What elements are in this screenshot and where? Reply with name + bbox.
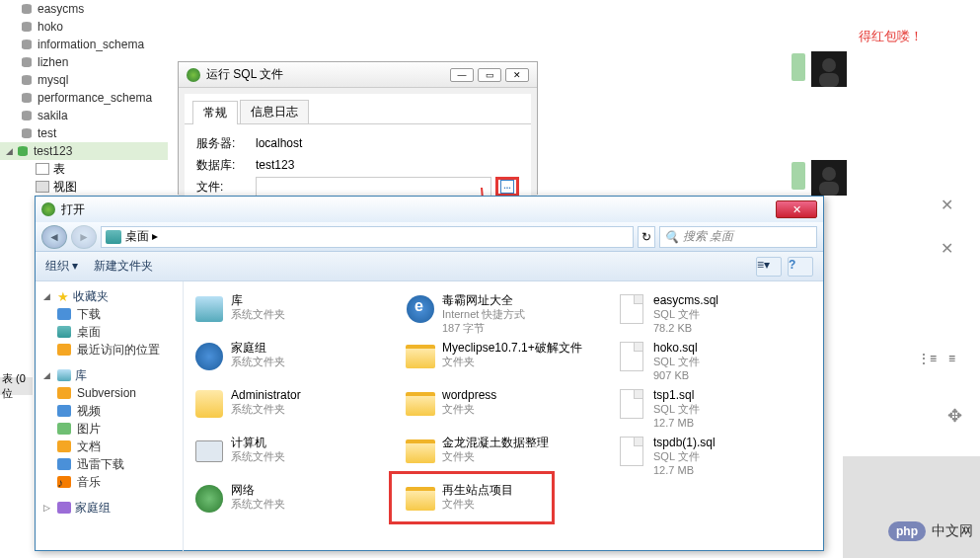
forward-button[interactable]: ► [71, 225, 97, 249]
close-button[interactable]: ✕ [505, 68, 529, 82]
sql-titlebar[interactable]: 运行 SQL 文件 — ▭ ✕ [179, 62, 537, 88]
fav-video[interactable]: 视频 [43, 402, 175, 420]
file-name: 家庭组 [231, 341, 285, 355]
nav-bar: ◄ ► 桌面 ▸ ↻ 🔍 搜索 桌面 [36, 222, 823, 252]
file-item[interactable]: 网络 系统文件夹 [191, 481, 393, 524]
fav-pictures[interactable]: 图片 [43, 420, 175, 438]
fav-xunlei[interactable]: 迅雷下载 [43, 455, 175, 473]
tree-views[interactable]: 视图 [0, 178, 168, 196]
view-button[interactable]: ≡▾ [756, 257, 782, 277]
file-name: 网络 [231, 483, 285, 497]
db-item[interactable]: mysql [0, 71, 168, 89]
open-dialog: 打开 ✕ ◄ ► 桌面 ▸ ↻ 🔍 搜索 桌面 组织 ▾ 新建文件夹 ≡▾ ? … [35, 196, 824, 551]
svg-point-23 [22, 134, 32, 138]
db-label: 数据库: [196, 157, 256, 174]
ie-icon [405, 293, 436, 325]
fav-desktop[interactable]: 桌面 [43, 323, 175, 341]
db-item[interactable]: information_schema [0, 36, 168, 53]
fav-music[interactable]: ♪音乐 [43, 473, 175, 491]
file-item[interactable]: tspdb(1).sql SQL 文件 12.7 MB [614, 434, 815, 477]
file-item[interactable]: easycms.sql SQL 文件 78.2 KB [614, 291, 815, 335]
php-logo[interactable]: php 中文网 [888, 521, 973, 541]
db-item[interactable]: test [0, 124, 168, 142]
file-item[interactable]: 库 系统文件夹 [191, 291, 393, 335]
svg-point-20 [22, 117, 32, 120]
avatar[interactable] [811, 160, 847, 196]
svg-rect-29 [819, 73, 839, 87]
desktop-icon [106, 230, 121, 244]
avatar[interactable] [811, 51, 847, 87]
collapse-icon[interactable]: ◢ [6, 146, 16, 156]
open-titlebar[interactable]: 打开 ✕ [36, 197, 823, 222]
file-item[interactable]: 毒霸网址大全 Internet 快捷方式 187 字节 [403, 291, 604, 335]
homegroup-group[interactable]: ▷家庭组 [43, 499, 175, 517]
refresh-button[interactable]: ↻ [638, 226, 655, 248]
xunlei-icon [57, 458, 71, 470]
app-icon [41, 202, 55, 216]
fav-recent[interactable]: 最近访问的位置 [43, 341, 175, 359]
breadcrumb[interactable]: 桌面 ▸ [101, 226, 634, 248]
file-meta: SQL 文件 [653, 449, 716, 463]
toolbar: 组织 ▾ 新建文件夹 ≡▾ ? [36, 252, 823, 281]
comp-icon [193, 436, 225, 467]
file-item[interactable]: 家庭组 系统文件夹 [191, 339, 393, 382]
db-item[interactable]: hoko [0, 18, 168, 36]
newfolder-button[interactable]: 新建文件夹 [94, 258, 153, 275]
file-item[interactable] [614, 481, 815, 524]
file-meta: SQL 文件 [653, 402, 700, 416]
list-icon[interactable]: ⋮≡ [918, 352, 937, 365]
file-name: easycms.sql [653, 293, 718, 307]
minimize-button[interactable]: — [450, 68, 474, 82]
file-meta: SQL 文件 [653, 355, 700, 368]
db-item-selected[interactable]: ◢test123 [0, 142, 168, 160]
close-icon[interactable]: ✕ [941, 239, 953, 258]
bullet-icon[interactable]: ≡ [948, 352, 955, 365]
drag-icon[interactable]: ✥ [947, 405, 962, 427]
file-meta: Internet 快捷方式 [442, 307, 525, 321]
file-item[interactable]: wordpress 文件夹 [403, 386, 604, 430]
tab-log[interactable]: 信息日志 [240, 100, 309, 123]
file-size: 187 字节 [442, 321, 525, 335]
organize-menu[interactable]: 组织 ▾ [45, 258, 78, 275]
tree-tables[interactable]: 表 [0, 160, 168, 178]
file-item[interactable]: Administrator 系统文件夹 [191, 386, 393, 430]
file-item[interactable]: Myeclipse10.7.1+破解文件 文件夹 [403, 339, 604, 382]
file-size: 12.7 MB [653, 416, 700, 430]
side-tab[interactable] [792, 162, 805, 190]
db-item[interactable]: sakila [0, 107, 168, 124]
help-button[interactable]: ? [788, 257, 813, 277]
side-tab[interactable] [792, 53, 805, 81]
file-label: 文件: [196, 179, 256, 196]
file-item[interactable]: tsp1.sql SQL 文件 12.7 MB [614, 386, 815, 430]
fav-subversion[interactable]: Subversion [43, 384, 175, 402]
back-button[interactable]: ◄ [41, 225, 67, 249]
libraries-group[interactable]: ◢库 [43, 366, 175, 384]
db-item[interactable]: performance_schema [0, 89, 168, 107]
fav-documents[interactable]: 文档 [43, 438, 175, 455]
search-input[interactable]: 🔍 搜索 桌面 [659, 226, 817, 248]
fav-downloads[interactable]: 下载 [43, 305, 175, 323]
db-item[interactable]: easycms [0, 0, 168, 18]
db-item[interactable]: lizhen [0, 53, 168, 71]
browse-button[interactable]: ... [495, 177, 519, 197]
file-meta: 系统文件夹 [231, 402, 301, 416]
open-title-text: 打开 [61, 201, 85, 218]
lib-icon [193, 293, 225, 325]
file-size: 12.7 MB [653, 463, 716, 477]
homegroup-icon [57, 502, 71, 514]
file-meta: 文件夹 [442, 449, 549, 463]
file-item[interactable]: hoko.sql SQL 文件 907 KB [614, 339, 815, 382]
favorites-group[interactable]: ◢★收藏夹 [43, 287, 175, 305]
file-input[interactable] [256, 177, 491, 197]
file-name: hoko.sql [653, 341, 700, 355]
tab-general[interactable]: 常规 [192, 101, 238, 124]
file-name: 库 [231, 293, 285, 307]
close-button[interactable]: ✕ [776, 200, 817, 218]
svg-point-5 [22, 28, 32, 32]
recent-icon [57, 344, 71, 356]
close-icon[interactable]: ✕ [941, 196, 953, 214]
maximize-button[interactable]: ▭ [478, 68, 501, 82]
file-item[interactable]: 计算机 系统文件夹 [191, 434, 393, 477]
svg-point-31 [822, 167, 836, 181]
php-badge-icon: php [888, 521, 926, 541]
